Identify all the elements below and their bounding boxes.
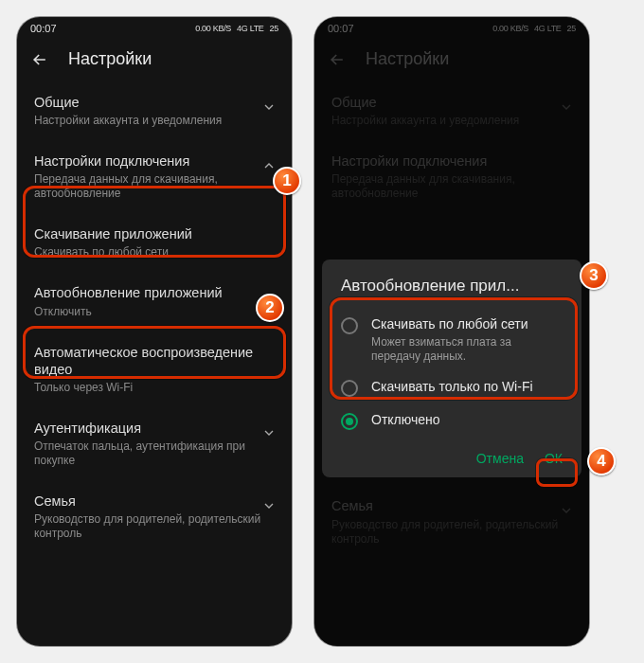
section-title: Семья — [331, 497, 572, 514]
section-title: Семья — [34, 493, 275, 510]
section-subtitle: Скачивать по любой сети — [34, 245, 275, 260]
status-bar: 00:07 0.00 KB/S 4G LTE 25 — [314, 17, 589, 40]
status-net: 0.00 KB/S — [492, 24, 528, 33]
status-right: 0.00 KB/S 4G LTE 25 — [195, 24, 278, 33]
status-time: 00:07 — [30, 23, 57, 34]
phone-left: 00:07 0.00 KB/S 4G LTE 25 Настройки Общи… — [17, 17, 292, 646]
section-subtitle: Руководство для родителей, родительский … — [331, 518, 572, 547]
settings-header: Настройки — [17, 40, 292, 82]
section-subtitle: Отпечаток пальца, аутентификация при пок… — [34, 439, 275, 468]
dialog-option-wifi-only[interactable]: Скачивать только по Wi-Fi — [335, 371, 568, 404]
status-net: 0.00 KB/S — [195, 24, 231, 33]
chevron-down-icon — [261, 99, 277, 115]
section-subtitle: Передача данных для скачивания, автообно… — [331, 172, 572, 201]
cancel-button[interactable]: Отмена — [476, 451, 524, 466]
section-auth[interactable]: Аутентификация Отпечаток пальца, аутенти… — [17, 408, 292, 481]
header-title: Настройки — [366, 49, 449, 69]
section-download[interactable]: Скачивание приложений Скачивать по любой… — [17, 214, 292, 273]
section-title: Настройки подключения — [331, 152, 572, 170]
chevron-down-icon — [261, 498, 277, 513]
section-subtitle: Только через Wi-Fi — [34, 381, 275, 395]
status-time: 00:07 — [328, 23, 354, 34]
section-connection: Настройки подключения Передача данных дл… — [314, 141, 589, 214]
section-title: Автоматическое воспроизведение видео — [34, 344, 275, 378]
status-sig: 4G LTE — [237, 24, 264, 33]
section-family: Семья Руководство для родителей, родител… — [314, 486, 589, 559]
section-autoplay[interactable]: Автоматическое воспроизведение видео Тол… — [17, 332, 292, 408]
status-sig: 4G LTE — [534, 24, 562, 33]
section-title: Автообновление приложений — [34, 284, 275, 301]
dialog-option-any-network[interactable]: Скачивать по любой сети Может взиматься … — [335, 309, 568, 371]
radio-icon — [341, 317, 358, 334]
dialog-buttons: Отмена ОК — [335, 445, 568, 468]
option-subtitle: Может взиматься плата за передачу данных… — [371, 335, 563, 364]
dialog-title: Автообновление прил... — [335, 277, 568, 296]
status-batt: 25 — [270, 24, 278, 33]
section-connection[interactable]: Настройки подключения Передача данных дл… — [17, 141, 292, 214]
radio-icon — [341, 413, 358, 430]
chevron-down-icon — [559, 503, 574, 518]
status-right: 0.00 KB/S 4G LTE 25 — [492, 24, 576, 33]
section-subtitle: Настройки аккаунта и уведомления — [331, 114, 572, 128]
back-arrow-icon — [328, 50, 347, 69]
section-subtitle: Настройки аккаунта и уведомления — [34, 114, 275, 128]
section-general[interactable]: Общие Настройки аккаунта и уведомления — [17, 82, 292, 141]
autoupdate-dialog: Автообновление прил... Скачивать по любо… — [322, 260, 581, 477]
phone-right: 00:07 0.00 KB/S 4G LTE 25 Настройки Общи… — [314, 17, 589, 646]
header-title: Настройки — [68, 49, 152, 69]
section-autoupdate[interactable]: Автообновление приложений Отключить — [17, 273, 292, 332]
section-title: Общие — [331, 94, 572, 111]
status-bar: 00:07 0.00 KB/S 4G LTE 25 — [17, 17, 292, 40]
section-subtitle: Передача данных для скачивания, автообно… — [34, 172, 275, 201]
section-general: Общие Настройки аккаунта и уведомления — [314, 82, 589, 141]
settings-header: Настройки — [314, 40, 589, 82]
section-title: Настройки подключения — [34, 152, 275, 170]
chevron-down-icon — [559, 99, 574, 115]
option-title: Отключено — [371, 412, 440, 429]
status-batt: 25 — [567, 24, 576, 33]
option-title: Скачивать только по Wi-Fi — [371, 379, 533, 396]
section-title: Скачивание приложений — [34, 225, 275, 242]
section-subtitle: Отключить — [34, 305, 275, 319]
ok-button[interactable]: ОК — [545, 451, 563, 466]
chevron-up-icon — [261, 158, 277, 173]
chevron-down-icon — [261, 425, 277, 440]
section-family[interactable]: Семья Руководство для родителей, родител… — [17, 481, 292, 554]
section-title: Общие — [34, 94, 275, 111]
section-title: Аутентификация — [34, 420, 275, 437]
back-arrow-icon[interactable] — [30, 50, 49, 69]
option-title: Скачивать по любой сети — [371, 316, 563, 333]
radio-icon — [341, 380, 358, 397]
section-subtitle: Руководство для родителей, родительский … — [34, 512, 275, 541]
annotation-badge-4: 4 — [587, 447, 616, 475]
dialog-option-disabled[interactable]: Отключено — [335, 404, 568, 438]
